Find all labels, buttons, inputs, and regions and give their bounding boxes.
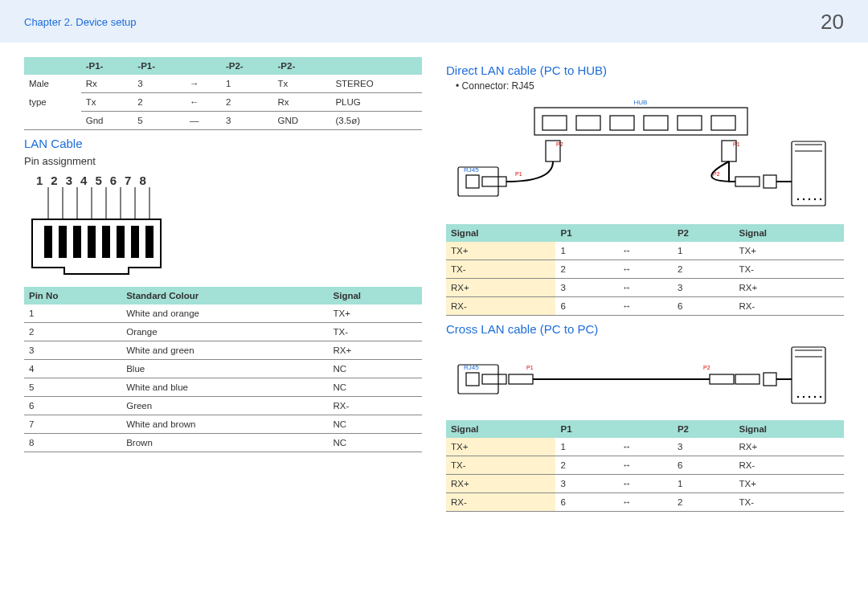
hub-p2-label: P2 xyxy=(556,141,563,147)
table-cell: 5 xyxy=(24,378,121,397)
pin-label: 6 xyxy=(110,174,118,187)
rj45-label-l2: RJ45 xyxy=(464,364,479,371)
hub-label: HUB xyxy=(634,99,648,106)
table-header: -P2- xyxy=(221,57,273,75)
svg-point-32 xyxy=(809,198,810,200)
table-row: 1White and orangeTX+ xyxy=(24,304,422,323)
table-cell: RX- xyxy=(446,297,555,316)
table-cell: ↔ xyxy=(617,456,673,475)
svg-rect-20 xyxy=(644,116,668,130)
table-header: P1 xyxy=(555,420,617,438)
table-cell: Brown xyxy=(121,434,328,452)
svg-rect-44 xyxy=(735,374,760,384)
table-cell: NC xyxy=(329,378,422,397)
svg-rect-43 xyxy=(710,374,734,384)
table-cell: Rx xyxy=(273,93,331,112)
connector-label: Connector: RJ45 xyxy=(446,80,844,92)
pin-label: 1 xyxy=(36,174,44,187)
table-cell: 2 xyxy=(133,93,185,112)
table-cell: RX+ xyxy=(734,438,844,456)
table-cell: Green xyxy=(121,397,328,415)
table-cell: 2 xyxy=(24,323,121,341)
svg-rect-22 xyxy=(711,116,735,130)
table-cell: Gnd xyxy=(81,112,133,130)
table-cell: ↔ xyxy=(617,493,673,512)
table-header: Signal xyxy=(446,224,555,242)
table-cell: TX- xyxy=(734,493,844,512)
table-cell: 3 xyxy=(221,112,273,130)
table-row: 4BlueNC xyxy=(24,360,422,378)
svg-rect-24 xyxy=(466,175,479,188)
svg-rect-36 xyxy=(735,177,760,186)
page-number: 20 xyxy=(821,10,844,35)
table-header: Signal xyxy=(446,420,555,438)
table-cell: 1 xyxy=(673,242,735,260)
svg-point-49 xyxy=(797,396,799,398)
table-header: Pin No xyxy=(24,287,121,304)
table-cell: NC xyxy=(329,415,422,434)
table-cell: 3 xyxy=(555,475,617,493)
svg-rect-15 xyxy=(145,226,154,258)
direct-lan-table: SignalP1P2Signal TX+1↔1TX+TX-2↔2TX-RX+3↔… xyxy=(446,224,844,316)
table-cell: 2 xyxy=(673,260,735,279)
svg-rect-12 xyxy=(102,226,110,258)
table-cell: Orange xyxy=(121,323,328,341)
table-cell: TX+ xyxy=(734,475,844,493)
table-header xyxy=(330,57,422,75)
table-cell: type xyxy=(24,93,81,112)
table-cell: RX+ xyxy=(734,279,844,297)
svg-rect-9 xyxy=(59,226,67,258)
table-cell: TX+ xyxy=(734,242,844,260)
left-column: -P1--P1--P2--P2- MaleRx3→1TxSTEREOtypeTx… xyxy=(24,57,422,512)
table-cell: (3.5ø) xyxy=(330,112,422,130)
table-header xyxy=(617,224,673,242)
table-cell: White and green xyxy=(121,341,328,360)
svg-rect-10 xyxy=(73,226,81,258)
table-header: Signal xyxy=(329,287,422,304)
table-row: TX-2↔2TX- xyxy=(446,260,844,279)
table-cell: 1 xyxy=(24,304,121,323)
table-cell: 6 xyxy=(24,397,121,415)
svg-point-51 xyxy=(809,396,810,398)
svg-point-34 xyxy=(820,198,821,200)
table-header: -P1- xyxy=(133,57,185,75)
table-cell: 2 xyxy=(673,493,735,512)
pin-label: 7 xyxy=(125,174,133,187)
table-cell: RX+ xyxy=(446,279,555,297)
table-cell: RX- xyxy=(734,297,844,316)
table-cell: TX+ xyxy=(446,242,555,260)
p1-label-l: P1 xyxy=(515,171,522,177)
pin-label: 8 xyxy=(139,174,147,187)
table-cell: 3 xyxy=(673,279,735,297)
table-cell: 1 xyxy=(673,475,735,493)
table-cell: NC xyxy=(329,360,422,378)
rj45-icon xyxy=(24,187,185,276)
table-cell: 3 xyxy=(555,279,617,297)
table-cell: 6 xyxy=(673,297,735,316)
lan-cable-heading: LAN Cable xyxy=(24,137,422,150)
table-row: RX-6↔6RX- xyxy=(446,297,844,316)
table-cell xyxy=(24,112,81,130)
table-cell: 8 xyxy=(24,434,121,452)
table-header: -P1- xyxy=(81,57,133,75)
table-cell: 5 xyxy=(133,112,185,130)
table-cell: NC xyxy=(329,434,422,452)
pin-label: 5 xyxy=(95,174,103,187)
svg-rect-14 xyxy=(131,226,139,258)
table-row: typeTx2←2RxPLUG xyxy=(24,93,422,112)
table-cell: ↔ xyxy=(617,260,673,279)
rj45-label-l: RJ45 xyxy=(464,166,479,174)
svg-point-31 xyxy=(803,198,805,200)
table-header: Standard Colour xyxy=(121,287,328,304)
table-cell: 3 xyxy=(133,75,185,93)
table-row: RX-6↔2TX- xyxy=(446,493,844,512)
table-cell: 6 xyxy=(555,297,617,316)
svg-rect-46 xyxy=(792,347,825,403)
table-cell: White and orange xyxy=(121,304,328,323)
table-cell: TX- xyxy=(329,323,422,341)
table-cell: ↔ xyxy=(617,297,673,316)
table-cell: — xyxy=(185,112,221,130)
table-header: Signal xyxy=(734,420,844,438)
table-header: P1 xyxy=(555,224,617,242)
p2-label-r2: P2 xyxy=(703,365,710,370)
